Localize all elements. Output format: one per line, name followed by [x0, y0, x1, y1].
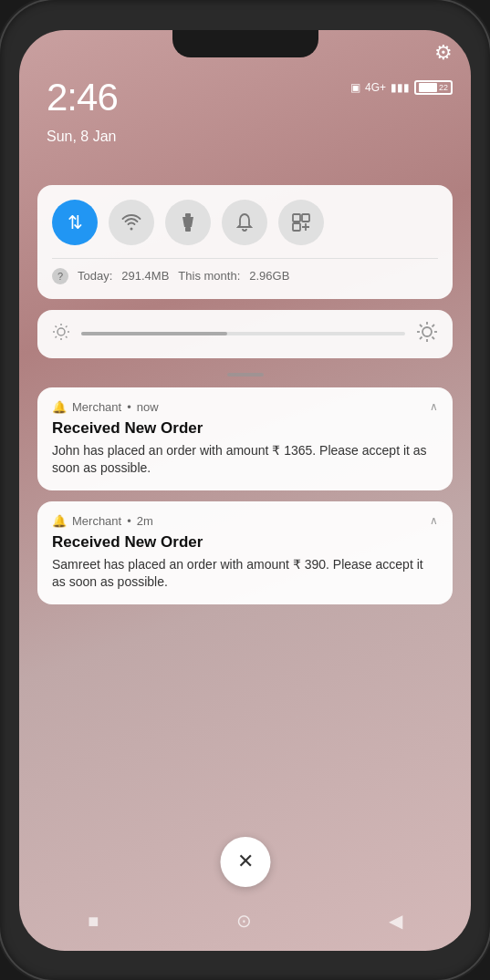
signal-bars: ▮▮▮ [391, 81, 410, 94]
clock-display: 2:46 [47, 76, 118, 119]
notif-header-1: 🔔 Merchant • now ∧ [52, 400, 438, 414]
quick-toggles-card: ⇅ [37, 185, 453, 299]
notif-bell-icon-2: 🔔 [52, 514, 67, 528]
brightness-slider[interactable] [81, 332, 405, 335]
notif-chevron-1[interactable]: ∧ [430, 400, 438, 413]
notif-time-2: 2m [137, 514, 153, 528]
data-usage-row: ? Today: 291.4MB This month: 2.96GB [52, 268, 438, 284]
brightness-low-icon [52, 323, 70, 346]
notif-app-name-1: Merchant [72, 400, 121, 414]
phone-screen: ⚙ 2:46 Sun, 8 Jan ▣ 4G+ ▮▮▮ 22 ⇅ [19, 30, 471, 951]
notif-body-1: John has placed an order with amount ₹ 1… [52, 442, 438, 478]
torch-toggle-button[interactable] [165, 200, 211, 245]
svg-point-17 [422, 327, 432, 336]
notch [172, 30, 318, 57]
date-display: Sun, 8 Jan [47, 129, 117, 145]
svg-line-25 [420, 336, 422, 339]
svg-rect-2 [185, 227, 191, 232]
notif-dot-1: • [127, 400, 131, 414]
battery-indicator: 22 [414, 80, 453, 95]
brightness-high-icon [416, 321, 438, 347]
notif-body-2: Samreet has placed an order with amount … [52, 556, 438, 592]
data-toggle-button[interactable]: ⇅ [52, 200, 98, 245]
nav-recents-icon[interactable]: ■ [88, 911, 99, 932]
svg-point-8 [57, 328, 65, 335]
svg-line-16 [56, 336, 57, 338]
question-icon: ? [52, 268, 68, 284]
today-value: 291.4MB [121, 269, 169, 283]
svg-line-23 [433, 336, 435, 339]
svg-line-13 [56, 325, 57, 327]
svg-line-22 [420, 325, 422, 327]
usage-divider [52, 258, 438, 259]
notif-dot-2: • [127, 514, 131, 528]
battery-level: 22 [439, 83, 448, 92]
today-label: Today: [78, 269, 112, 283]
month-label: This month: [178, 269, 240, 283]
notifications-area: ⇅ [37, 185, 453, 604]
wifi-toggle-button[interactable] [109, 200, 154, 245]
svg-rect-0 [185, 213, 191, 217]
brightness-card [37, 310, 453, 358]
svg-line-24 [433, 325, 435, 327]
toggle-buttons-row: ⇅ [52, 200, 438, 245]
notification-card-1[interactable]: 🔔 Merchant • now ∧ Received New Order Jo… [37, 387, 453, 490]
dismiss-button[interactable]: ✕ [220, 837, 270, 887]
svg-line-15 [66, 325, 68, 327]
settings-icon[interactable]: ⚙ [434, 41, 453, 65]
month-value: 2.96GB [249, 269, 289, 283]
notif-bell-icon-1: 🔔 [52, 400, 67, 414]
notif-header-2: 🔔 Merchant • 2m ∧ [52, 514, 438, 528]
nav-home-icon[interactable]: ⊙ [236, 910, 252, 932]
svg-rect-4 [302, 214, 309, 222]
bottom-nav: ■ ⊙ ◀ [19, 896, 471, 951]
notif-app-name-2: Merchant [72, 514, 121, 528]
notif-time-1: now [137, 400, 159, 414]
notif-title-2: Received New Order [52, 533, 438, 552]
svg-marker-1 [182, 217, 193, 227]
phone-frame: ⚙ 2:46 Sun, 8 Jan ▣ 4G+ ▮▮▮ 22 ⇅ [0, 0, 490, 980]
status-icons: ▣ 4G+ ▮▮▮ 22 [350, 80, 453, 95]
drag-handle [227, 373, 264, 377]
signal-label: 4G+ [365, 81, 386, 94]
svg-rect-5 [293, 223, 300, 231]
screen-toggle-button[interactable] [278, 200, 324, 245]
svg-rect-3 [293, 214, 300, 222]
bell-toggle-button[interactable] [222, 200, 267, 245]
notif-title-1: Received New Order [52, 419, 438, 438]
vol-indicator: ▣ [350, 81, 360, 94]
notification-card-2[interactable]: 🔔 Merchant • 2m ∧ Received New Order Sam… [37, 501, 453, 604]
svg-line-14 [66, 336, 68, 338]
battery-fill [419, 83, 437, 92]
notif-chevron-2[interactable]: ∧ [430, 514, 438, 527]
nav-back-icon[interactable]: ◀ [389, 910, 402, 932]
brightness-fill [81, 332, 227, 335]
